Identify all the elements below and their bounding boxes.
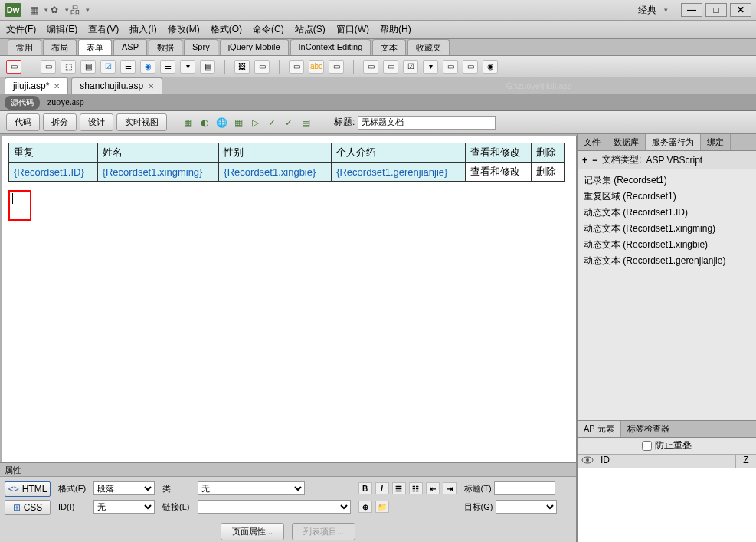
menu-edit[interactable]: 编辑(E) [47,23,77,36]
menu-view[interactable]: 查看(V) [88,23,119,36]
tab-tag-inspector[interactable]: 标签检查器 [621,421,676,437]
list-item[interactable]: 重复区域 (Recordset1) [581,189,753,205]
workspace-switcher[interactable]: 经典 [638,4,656,17]
jumpmenu-icon[interactable]: ▤ [200,60,215,74]
tab-asp[interactable]: ASP [113,39,147,55]
td-id[interactable]: {Recordset1.ID} [9,163,98,182]
form-icon[interactable]: ▭ [6,60,21,74]
tab-files[interactable]: 文件 [578,134,607,150]
split-view-button[interactable]: 拆分 [43,113,77,131]
menu-window[interactable]: 窗口(W) [336,23,369,36]
th-intro[interactable]: 个人介绍 [332,143,466,163]
tab-bindings[interactable]: 绑定 [701,134,731,150]
menu-format[interactable]: 格式(O) [211,23,242,36]
select-icon[interactable]: ▾ [180,60,195,74]
id-select[interactable]: 无 [93,500,155,514]
view-options-icon[interactable]: ▦ [231,116,245,130]
td-del[interactable]: 删除 [531,163,564,182]
textarea-icon[interactable]: ▤ [80,60,96,74]
italic-icon[interactable]: I [375,482,389,494]
spry-check-icon[interactable]: ☑ [403,60,418,74]
ol-icon[interactable]: ☷ [409,482,423,494]
menu-modify[interactable]: 修改(M) [168,23,200,36]
point-to-file-icon[interactable]: ⊕ [358,501,372,513]
tab-text[interactable]: 文本 [372,39,406,55]
add-behavior-button[interactable]: + [582,155,587,166]
class-select[interactable]: 无 [198,481,305,495]
close-button[interactable]: ✕ [730,3,751,17]
live-code-icon[interactable]: ▦ [181,116,195,130]
menu-help[interactable]: 帮助(H) [380,23,411,36]
tab-forms[interactable]: 表单 [78,39,112,55]
browse-icon[interactable]: 📁 [375,501,389,513]
validate-icon[interactable]: ✓ [282,116,296,130]
prevent-overlap-checkbox[interactable] [642,441,652,451]
tab-data[interactable]: 数据 [149,39,182,55]
html-mode-button[interactable]: <>HTML [5,481,51,497]
button-icon[interactable]: ▭ [289,60,304,74]
related-file[interactable]: zuoye.asp [47,97,84,108]
site-icon[interactable]: 品 [69,4,81,16]
code-view-button[interactable]: 代码 [6,113,40,131]
checkbox-icon[interactable]: ☑ [100,60,116,74]
tab-server-behaviors[interactable]: 服务器行为 [646,134,701,150]
spry-radio-icon[interactable]: ◉ [483,60,498,74]
td-edit[interactable]: 查看和修改 [465,163,531,182]
list-item[interactable]: 动态文本 (Recordset1.gerenjianjie) [581,253,753,269]
format-select[interactable]: 段落 [93,481,155,495]
tab-jquery[interactable]: jQuery Mobile [220,39,289,55]
title-input[interactable] [358,116,496,130]
label-icon[interactable]: abc [309,60,324,74]
checkboxgroup-icon[interactable]: ☰ [120,60,136,74]
title2-input[interactable] [494,481,555,495]
data-table[interactable]: 重复 姓名 性别 个人介绍 查看和修改 删除 {Recordset1.ID} {… [8,143,565,182]
tab-spry[interactable]: Spry [184,39,218,55]
radio-icon[interactable]: ◉ [140,60,155,74]
ap-list-body[interactable] [578,468,756,542]
list-item[interactable]: 动态文本 (Recordset1.ID) [581,205,753,221]
server-behaviors-list[interactable]: 记录集 (Recordset1) 重复区域 (Recordset1) 动态文本 … [578,169,756,420]
th-id[interactable]: 重复 [9,143,98,163]
hidden-icon[interactable]: ⬚ [61,60,76,74]
css-mode-button[interactable]: ⊞CSS [5,500,51,515]
link-select[interactable] [198,500,351,514]
td-intro[interactable]: {Recordset1.gerenjianjie} [332,163,466,182]
th-gender[interactable]: 性别 [219,143,332,163]
inspect-icon[interactable]: ◐ [198,116,211,130]
file-tab-1[interactable]: shanchujilu.asp ✕ [71,77,162,94]
check-icon[interactable]: ✓ [265,116,279,130]
remove-behavior-button[interactable]: − [592,155,597,166]
th-del[interactable]: 删除 [531,143,564,163]
extend-icon[interactable]: ✿ [48,4,61,16]
tab-databases[interactable]: 数据库 [607,134,646,150]
tab-fav[interactable]: 收藏夹 [407,39,450,55]
refresh-icon[interactable]: 🌐 [214,116,228,130]
indent-icon[interactable]: ⇥ [443,482,457,494]
spry-select-icon[interactable]: ▾ [423,60,438,74]
image-field-icon[interactable]: 🖼 [234,60,250,74]
menu-commands[interactable]: 命令(C) [253,23,284,36]
file-tab-0[interactable]: jiluji.asp* ✕ [5,77,68,94]
target-select[interactable] [496,500,557,514]
visual-aids-icon[interactable]: ▷ [248,116,262,130]
id-col[interactable]: ID [597,455,736,468]
tab-ice[interactable]: InContext Editing [290,39,371,55]
td-name[interactable]: {Recordset1.xingming} [97,163,219,182]
th-edit[interactable]: 查看和修改 [465,143,531,163]
live-view-button[interactable]: 实时视图 [116,113,167,131]
bold-icon[interactable]: B [358,482,372,494]
tab-common[interactable]: 常用 [8,39,41,55]
z-col[interactable]: Z [736,455,756,468]
th-name[interactable]: 姓名 [97,143,219,163]
tab-layout[interactable]: 布局 [43,39,77,55]
td-gender[interactable]: {Recordset1.xingbie} [219,163,332,182]
page-properties-button[interactable]: 页面属性... [221,523,284,540]
spry-textarea-icon[interactable]: ▭ [383,60,398,74]
close-icon[interactable]: ✕ [54,82,60,90]
options-icon[interactable]: ▤ [299,116,313,130]
close-icon[interactable]: ✕ [148,82,154,90]
layout-icon[interactable]: ▦ [28,4,40,16]
list-item[interactable]: 动态文本 (Recordset1.xingming) [581,221,753,237]
maximize-button[interactable]: □ [705,3,727,17]
menu-insert[interactable]: 插入(I) [129,23,156,36]
